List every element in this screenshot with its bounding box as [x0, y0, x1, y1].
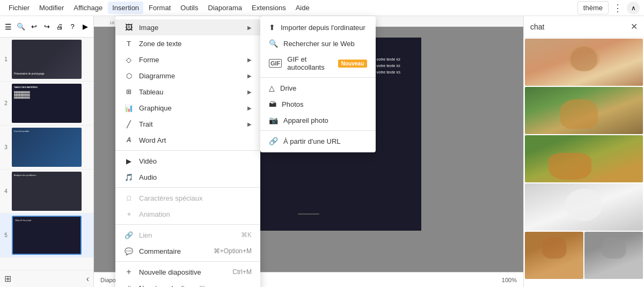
photos-label: Photos [282, 100, 303, 108]
forme-icon: ◇ [124, 55, 134, 64]
chat-image-4 [525, 183, 643, 231]
menu-item-graphique[interactable]: 📊 Graphique ▶ [115, 100, 260, 116]
trait-icon: ╱ [124, 119, 134, 129]
play-icon[interactable]: ▶ [79, 20, 91, 34]
menu-diaporama[interactable]: Diaporama [204, 2, 247, 14]
slide-item-3[interactable]: 3 Vue d'ensemble [0, 126, 93, 170]
slide-number-3: 3 [2, 144, 10, 150]
menubar: Fichier Modifier Affichage Insertion For… [0, 0, 644, 16]
tableau-arrow-icon: ▶ [247, 89, 252, 95]
undo-icon[interactable]: ↩ [28, 20, 40, 34]
collapse-panel-button[interactable]: ∧ [627, 2, 640, 14]
slide-number-2: 2 [2, 100, 10, 106]
audio-icon: 🎵 [124, 172, 134, 182]
menu-icon[interactable]: ☰ [2, 20, 14, 34]
graphique-arrow-icon: ▶ [247, 105, 252, 111]
submenu-divider-1 [260, 77, 376, 78]
importer-icon: ⬆ [269, 23, 275, 32]
trait-arrow-icon: ▶ [247, 121, 252, 127]
diagramme-icon: ⬡ [124, 71, 134, 80]
print-icon[interactable]: 🖨 [54, 20, 65, 34]
submenu-item-importer[interactable]: ⬆ Importer depuis l'ordinateur [260, 19, 376, 35]
slide-item-1[interactable]: 1 Présentation de prototypage [0, 38, 93, 82]
url-link-icon: 🔗 [269, 137, 278, 145]
slide-item-2[interactable]: 2 TABLE DES MATIÈRES ███████████████████… [0, 82, 93, 126]
commentaire-label: Commentaire [139, 247, 181, 255]
drive-label: Drive [280, 84, 296, 92]
menu-item-tableau[interactable]: ⊞ Tableau ▶ [115, 84, 260, 100]
appareil-label: Appareil photo [283, 116, 328, 124]
rechercher-icon: 🔍 [269, 39, 278, 48]
menu-outils[interactable]: Outils [176, 2, 202, 14]
menu-modifier[interactable]: Modifier [35, 2, 68, 14]
grid-view-icon[interactable]: ⊞ [4, 274, 11, 284]
menu-item-image[interactable]: 🖼 Image ▶ [115, 19, 260, 35]
menu-item-commentaire[interactable]: 💬 Commentaire ⌘+Option+M [115, 243, 260, 259]
rechercher-label: Rechercher sur le Web [283, 40, 355, 48]
image-submenu: ⬆ Importer depuis l'ordinateur 🔍 Recherc… [260, 16, 376, 152]
menu-item-video[interactable]: ▶ Vidéo [115, 153, 260, 169]
menu-extensions[interactable]: Extensions [247, 2, 290, 14]
menu-divider-4 [115, 261, 260, 262]
search-icon[interactable]: 🔍 [15, 20, 27, 34]
menu-format[interactable]: Format [144, 2, 175, 14]
lien-label: Lien [139, 231, 152, 239]
url-label: À partir d'une URL [283, 137, 341, 145]
video-icon: ▶ [124, 156, 134, 166]
drive-icon: △ [269, 84, 275, 92]
tableau-icon: ⊞ [124, 87, 134, 97]
menu-aide[interactable]: Aide [291, 2, 314, 14]
submenu-item-rechercher[interactable]: 🔍 Rechercher sur le Web [260, 35, 376, 51]
chat-image-5-row [525, 232, 643, 279]
theme-button[interactable]: thème [577, 1, 609, 14]
submenu-item-gif[interactable]: GIF GIF et autocollants Nouveau [260, 51, 376, 75]
graphique-label: Graphique [139, 104, 172, 112]
lien-icon: 🔗 [124, 230, 134, 240]
commentaire-icon: 💬 [124, 246, 134, 256]
chat-panel: chat ✕ [523, 16, 644, 287]
chat-image-2 [525, 87, 643, 134]
submenu-item-appareil[interactable]: 📷 Appareil photo [260, 112, 376, 128]
nouvelle-diapo-label: Nouvelle diapositive [139, 268, 201, 276]
importer-label: Importer depuis l'ordinateur [281, 24, 365, 32]
redo-icon[interactable]: ↪ [41, 20, 53, 34]
menu-item-diagramme[interactable]: ⬡ Diagramme ▶ [115, 68, 260, 84]
menu-item-caract-speciaux: Ω Caractères spéciaux [115, 190, 260, 206]
numeros-icon: # [124, 283, 134, 287]
collapse-slides-icon[interactable]: ‹ [86, 274, 89, 284]
zone-texte-label: Zone de texte [139, 40, 182, 48]
menu-item-audio[interactable]: 🎵 Audio [115, 169, 260, 185]
help-icon[interactable]: ? [67, 20, 78, 34]
slide-item-5[interactable]: 5 Objectif du projet [0, 214, 93, 257]
menu-insertion[interactable]: Insertion [108, 2, 143, 14]
forme-label: Forme [139, 56, 159, 64]
submenu-item-photos[interactable]: 🏔 Photos [260, 96, 376, 112]
menu-affichage[interactable]: Affichage [69, 2, 107, 14]
video-label: Vidéo [139, 157, 157, 165]
appareil-photo-icon: 📷 [269, 116, 278, 124]
menu-divider-2 [115, 187, 260, 188]
slide-thumbnail-5: Objectif du projet [12, 216, 82, 255]
word-art-icon: A [124, 135, 134, 145]
chat-images-container [524, 38, 644, 287]
chat-image-3 [525, 135, 643, 182]
menu-item-animation: ✦ Animation [115, 206, 260, 222]
menu-item-forme[interactable]: ◇ Forme ▶ [115, 51, 260, 68]
slide-thumbnail-1: Présentation de prototypage [12, 40, 82, 79]
menu-divider-1 [115, 150, 260, 151]
nouveau-badge: Nouveau [338, 60, 367, 68]
menu-item-nouvelle-diapo[interactable]: + Nouvelle diapositive Ctrl+M [115, 264, 260, 280]
more-options-icon[interactable]: ⋮ [613, 2, 623, 14]
chat-close-icon[interactable]: ✕ [631, 21, 638, 32]
menu-fichier[interactable]: Fichier [4, 2, 34, 14]
menu-item-word-art[interactable]: A Word Art [115, 132, 260, 148]
slide-item-4[interactable]: 4 Analyse des problèmes [0, 170, 93, 214]
submenu-item-drive[interactable]: △ Drive [260, 80, 376, 96]
gif-icon: GIF [269, 59, 282, 68]
menu-item-trait[interactable]: ╱ Trait ▶ [115, 116, 260, 132]
submenu-item-url[interactable]: 🔗 À partir d'une URL [260, 133, 376, 149]
menu-item-zone-texte[interactable]: T Zone de texte [115, 35, 260, 51]
slide-thumbnail-4: Analyse des problèmes [12, 172, 82, 211]
menu-item-numeros[interactable]: # Numéros de diapositives [115, 280, 260, 287]
diagramme-arrow-icon: ▶ [247, 73, 252, 79]
